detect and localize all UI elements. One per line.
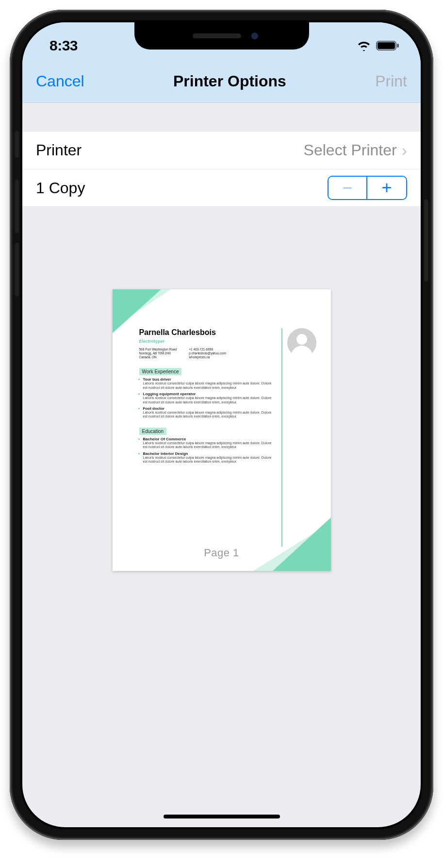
printer-label: Printer: [36, 141, 82, 159]
decor-triangle: [113, 289, 161, 333]
printer-row[interactable]: Printer Select Printer ›: [22, 131, 421, 169]
printer-settings: Printer Select Printer › 1 Copy − +: [22, 131, 421, 207]
notch: [134, 22, 309, 50]
increment-button[interactable]: +: [367, 177, 406, 199]
copies-row: 1 Copy − +: [22, 169, 421, 207]
preview-page: Parnella Charlesbois Electrotyper 568 Po…: [113, 289, 331, 571]
resume-address: 568 Port Washington Road Nordegg, AB T0M…: [139, 348, 177, 359]
resume-contact: 568 Port Washington Road Nordegg, AB T0M…: [139, 348, 304, 359]
copies-label: 1 Copy: [36, 179, 85, 197]
avatar-placeholder-icon: [287, 328, 316, 357]
resume-links: +1 403-721-6898 p.charlesbois@yahoo.com …: [189, 348, 226, 359]
phone-frame: 8:33 Cancel Printer Options Print: [10, 10, 433, 840]
svg-rect-2: [397, 44, 399, 48]
print-preview[interactable]: Parnella Charlesbois Electrotyper 568 Po…: [22, 207, 421, 571]
navbar: Cancel Printer Options Print: [22, 60, 421, 103]
wifi-icon: [357, 40, 371, 51]
page-title: Printer Options: [173, 72, 286, 90]
printer-value: Select Printer ›: [304, 141, 407, 160]
work-entry: Logging equipment operator Laboris nostr…: [139, 392, 275, 404]
speaker-grill: [193, 33, 241, 38]
cancel-button[interactable]: Cancel: [36, 72, 84, 90]
status-icons: [357, 40, 399, 51]
chevron-right-icon: ›: [402, 141, 407, 160]
volume-down-button: [15, 243, 19, 296]
screen: 8:33 Cancel Printer Options Print: [22, 22, 421, 827]
edu-entry: Bachelor Interior Design Laboris nostrud…: [139, 451, 275, 464]
edu-entry: Bachelor Of Commerce Laboris nostrud con…: [139, 437, 275, 450]
resume-work-section: Work Experience Tour bus driver Laboris …: [139, 368, 304, 418]
edu-heading: Education: [139, 428, 166, 435]
front-camera: [251, 33, 258, 39]
phone-bezel: 8:33 Cancel Printer Options Print: [20, 20, 423, 829]
print-button[interactable]: Print: [375, 72, 407, 90]
status-time: 8:33: [49, 37, 78, 54]
page-number: Page 1: [113, 547, 331, 559]
decrement-button[interactable]: −: [328, 177, 367, 199]
resume-edu-section: Education Bachelor Of Commerce Laboris n…: [139, 428, 304, 464]
power-button: [424, 199, 428, 282]
work-heading: Work Experience: [139, 368, 182, 375]
copies-stepper: − +: [328, 176, 407, 200]
resume-content: Parnella Charlesbois Electrotyper 568 Po…: [139, 328, 304, 464]
printer-value-text: Select Printer: [304, 141, 397, 159]
resume-role: Electrotyper: [139, 339, 304, 344]
volume-up-button: [15, 180, 19, 233]
resume-name: Parnella Charlesbois: [139, 328, 304, 337]
svg-rect-1: [377, 42, 395, 49]
work-entry: Tour bus driver Laboris nostrud consecte…: [139, 377, 275, 390]
work-entry: Foot doctor Laboris nostrud consectetur …: [139, 406, 275, 419]
home-indicator[interactable]: [164, 815, 280, 818]
mute-switch: [15, 131, 19, 158]
battery-icon: [376, 40, 399, 51]
